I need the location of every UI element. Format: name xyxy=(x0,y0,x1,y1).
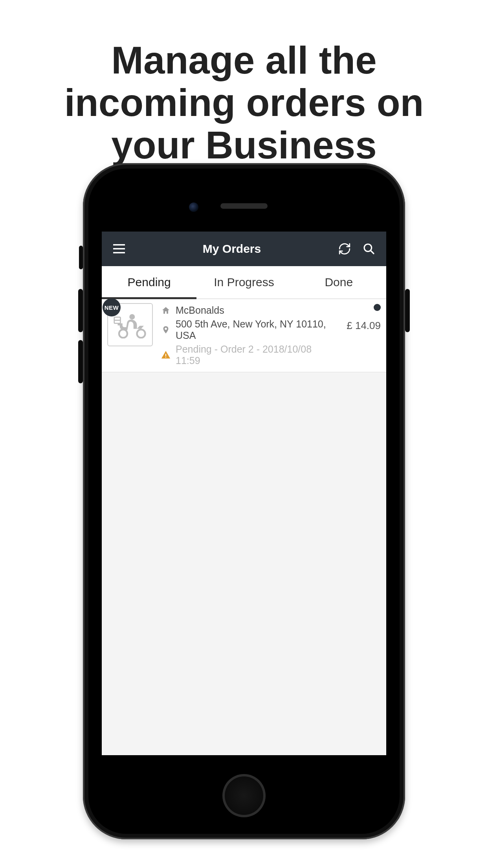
tab-done[interactable]: Done xyxy=(292,266,386,298)
status-row: Pending - Order 2 - 2018/10/08 11:59 xyxy=(161,344,339,366)
new-badge: NEW xyxy=(103,298,121,316)
tab-label: Done xyxy=(325,276,353,289)
app-bar: My Orders xyxy=(102,232,386,266)
svg-point-7 xyxy=(137,329,145,338)
tab-in-progress[interactable]: In Progress xyxy=(196,266,291,298)
location-icon xyxy=(161,325,171,335)
refresh-icon xyxy=(338,242,351,256)
scooter-icon xyxy=(113,311,147,338)
phone-volume-up xyxy=(78,289,83,332)
search-button[interactable] xyxy=(360,240,378,257)
svg-rect-1 xyxy=(113,248,125,250)
tab-label: In Progress xyxy=(214,276,274,289)
merchant-name: McBonalds xyxy=(176,305,224,316)
svg-point-6 xyxy=(119,329,127,338)
unread-indicator xyxy=(374,304,381,311)
svg-line-4 xyxy=(371,250,374,254)
search-icon xyxy=(363,243,375,255)
merchant-row: McBonalds xyxy=(161,305,339,316)
tab-bar: Pending In Progress Done xyxy=(102,266,386,299)
phone-home-button xyxy=(222,774,266,817)
phone-bezel: My Orders xyxy=(88,169,400,834)
order-price: £ 14.09 xyxy=(347,320,381,332)
order-address: 500 5th Ave, New York, NY 10110, USA xyxy=(176,318,339,341)
svg-rect-0 xyxy=(113,244,125,246)
hamburger-icon xyxy=(113,244,125,254)
svg-rect-10 xyxy=(165,354,166,356)
app-screen: My Orders xyxy=(102,232,386,755)
phone-camera xyxy=(189,202,198,212)
phone-speaker xyxy=(220,203,268,209)
svg-rect-2 xyxy=(113,252,125,254)
phone-power-button xyxy=(405,289,410,332)
home-icon xyxy=(161,305,171,316)
orders-list: NEW xyxy=(102,299,386,372)
phone-volume-down xyxy=(78,340,83,383)
order-info: McBonalds 500 5th Ave, New York, NY 1011… xyxy=(161,303,339,366)
order-right: £ 14.09 xyxy=(347,303,381,332)
order-card[interactable]: NEW xyxy=(102,299,386,372)
address-row: 500 5th Ave, New York, NY 10110, USA xyxy=(161,318,339,341)
order-status: Pending - Order 2 - 2018/10/08 11:59 xyxy=(176,344,339,366)
phone-frame: My Orders xyxy=(83,163,405,839)
svg-rect-11 xyxy=(165,357,166,358)
warning-icon xyxy=(161,350,171,360)
order-thumbnail: NEW xyxy=(107,303,153,346)
marketing-headline: Manage all the incoming orders on your B… xyxy=(0,39,488,166)
phone-mute-switch xyxy=(79,246,83,269)
page-title: My Orders xyxy=(135,242,329,256)
refresh-button[interactable] xyxy=(336,240,353,257)
menu-button[interactable] xyxy=(110,240,128,257)
tab-pending[interactable]: Pending xyxy=(102,266,196,298)
svg-point-5 xyxy=(129,314,135,320)
tab-label: Pending xyxy=(128,276,171,289)
